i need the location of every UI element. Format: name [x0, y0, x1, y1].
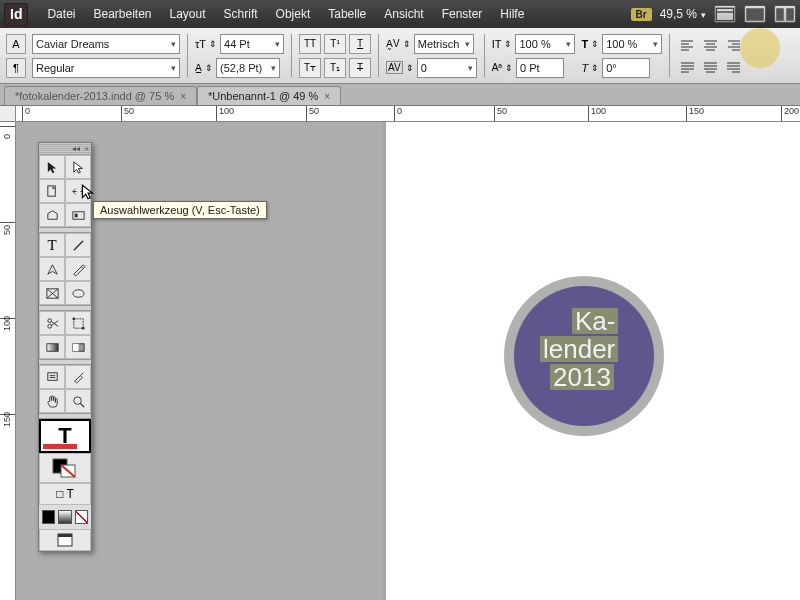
- menu-ansicht[interactable]: Ansicht: [375, 7, 432, 21]
- format-text-tool[interactable]: □ T: [39, 483, 91, 505]
- font-size-icon: τT: [195, 38, 206, 50]
- apply-none-icon[interactable]: [75, 510, 88, 524]
- svg-point-38: [47, 318, 51, 322]
- baseline-icon: Aª: [492, 62, 502, 73]
- zoom-tool[interactable]: [65, 389, 91, 413]
- gradient-swatch-tool[interactable]: [39, 335, 65, 359]
- ellipse-tool[interactable]: [65, 281, 91, 305]
- scissors-tool[interactable]: [39, 311, 65, 335]
- menu-tabelle[interactable]: Tabelle: [319, 7, 375, 21]
- eyedropper-tool[interactable]: [65, 365, 91, 389]
- menu-fenster[interactable]: Fenster: [433, 7, 492, 21]
- art-text-1[interactable]: Ka-: [572, 308, 618, 334]
- align-center-button[interactable]: [700, 36, 720, 54]
- font-size-dropdown[interactable]: 44 Pt▾: [220, 34, 284, 54]
- screen-mode-button[interactable]: [744, 5, 766, 23]
- vscale-icon: IT: [492, 38, 502, 50]
- hand-tool[interactable]: [39, 389, 65, 413]
- menu-objekt[interactable]: Objekt: [267, 7, 320, 21]
- hscale-icon: T: [581, 38, 588, 50]
- font-family-dropdown[interactable]: Caviar Dreams▾: [32, 34, 180, 54]
- superscript-button[interactable]: T¹: [324, 34, 346, 54]
- vertical-ruler[interactable]: 0 50 100 150: [0, 122, 16, 600]
- svg-point-37: [47, 324, 51, 328]
- bridge-chip[interactable]: Br: [631, 8, 652, 21]
- free-transform-tool[interactable]: [65, 311, 91, 335]
- close-icon[interactable]: ×: [180, 91, 186, 102]
- svg-rect-41: [73, 318, 82, 327]
- svg-rect-44: [46, 343, 57, 351]
- ruler-origin[interactable]: [0, 106, 16, 122]
- menu-schrift[interactable]: Schrift: [215, 7, 267, 21]
- menu-layout[interactable]: Layout: [161, 7, 215, 21]
- close-icon[interactable]: ×: [324, 91, 330, 102]
- svg-point-42: [72, 317, 75, 320]
- font-style-dropdown[interactable]: Regular▾: [32, 58, 180, 78]
- svg-line-39: [51, 321, 58, 326]
- align-right-button[interactable]: [723, 36, 743, 54]
- art-text-3[interactable]: 2013: [550, 364, 614, 390]
- menu-bearbeiten[interactable]: Bearbeiten: [84, 7, 160, 21]
- char-format-icon[interactable]: A: [6, 34, 26, 54]
- justify-right-button[interactable]: [723, 58, 743, 76]
- horizontal-ruler[interactable]: 0 50 100 50 0 50 100 150 200: [16, 106, 800, 122]
- type-tool[interactable]: T: [39, 233, 65, 257]
- skew-dropdown[interactable]: 0°: [602, 58, 650, 78]
- svg-line-32: [73, 240, 82, 249]
- selection-tool[interactable]: [39, 155, 65, 179]
- zoom-level[interactable]: 49,5 %: [660, 7, 706, 21]
- apply-gradient-icon[interactable]: [58, 510, 71, 524]
- svg-rect-0: [716, 8, 734, 21]
- kerning-dropdown[interactable]: Metrisch▾: [414, 34, 474, 54]
- svg-point-36: [72, 289, 83, 297]
- tracking-dropdown[interactable]: 0▾: [417, 58, 477, 78]
- smallcaps-button[interactable]: Tᴛ: [299, 58, 321, 78]
- toolbox-header[interactable]: ◂◂×: [39, 143, 91, 155]
- content-collector-tool[interactable]: [39, 203, 65, 227]
- skew-icon: T: [581, 62, 588, 74]
- justify-left-button[interactable]: [677, 58, 697, 76]
- vscale-dropdown[interactable]: 100 %▾: [515, 34, 575, 54]
- tool-tooltip: Auswahlwerkzeug (V, Esc-Taste): [93, 201, 267, 219]
- para-format-icon[interactable]: ¶: [6, 58, 26, 78]
- leading-icon: A̲: [195, 62, 202, 73]
- hscale-dropdown[interactable]: 100 %▾: [602, 34, 662, 54]
- underline-button[interactable]: T: [349, 34, 371, 54]
- rect-frame-tool[interactable]: [39, 281, 65, 305]
- arrange-button[interactable]: [774, 5, 796, 23]
- leading-dropdown[interactable]: (52,8 Pt)▾: [216, 58, 280, 78]
- allcaps-button[interactable]: TT: [299, 34, 321, 54]
- view-options-button[interactable]: [714, 5, 736, 23]
- page-tool[interactable]: [39, 179, 65, 203]
- control-bar: A ¶ Caviar Dreams▾ Regular▾ τT⇕44 Pt▾ A̲…: [0, 28, 800, 84]
- content-placer-tool[interactable]: [65, 203, 91, 227]
- doc-tab-fotokalender[interactable]: *fotokalender-2013.indd @ 75 %×: [4, 86, 197, 105]
- justify-center-button[interactable]: [700, 58, 720, 76]
- pen-tool[interactable]: [39, 257, 65, 281]
- note-tool[interactable]: [39, 365, 65, 389]
- art-text-2[interactable]: lender: [540, 336, 618, 362]
- svg-rect-4: [786, 8, 794, 21]
- view-mode-tool[interactable]: [39, 529, 91, 551]
- circle-outer[interactable]: Ka- lender 2013: [504, 276, 664, 436]
- menu-datei[interactable]: Datei: [38, 7, 84, 21]
- canvas-area[interactable]: Ka- lender 2013 ◂◂× T: [16, 122, 800, 600]
- toolbox-panel[interactable]: ◂◂× T: [38, 142, 92, 552]
- gap-tool[interactable]: [65, 179, 91, 203]
- apply-color-icon[interactable]: [42, 510, 55, 524]
- direct-selection-tool[interactable]: [65, 155, 91, 179]
- baseline-dropdown[interactable]: 0 Pt: [516, 58, 564, 78]
- menu-hilfe[interactable]: Hilfe: [491, 7, 533, 21]
- subscript-button[interactable]: T₁: [324, 58, 346, 78]
- gradient-feather-tool[interactable]: [65, 335, 91, 359]
- line-tool[interactable]: [65, 233, 91, 257]
- doc-tab-unbenannt[interactable]: *Unbenannt-1 @ 49 %×: [197, 86, 341, 105]
- pencil-tool[interactable]: [65, 257, 91, 281]
- circle-inner[interactable]: Ka- lender 2013: [514, 286, 654, 426]
- default-colors[interactable]: [39, 505, 91, 529]
- fill-stroke-swap[interactable]: [39, 453, 91, 483]
- align-left-button[interactable]: [677, 36, 697, 54]
- strike-button[interactable]: T: [349, 58, 371, 78]
- format-container-tool[interactable]: T: [39, 419, 91, 453]
- page[interactable]: Ka- lender 2013: [386, 122, 800, 600]
